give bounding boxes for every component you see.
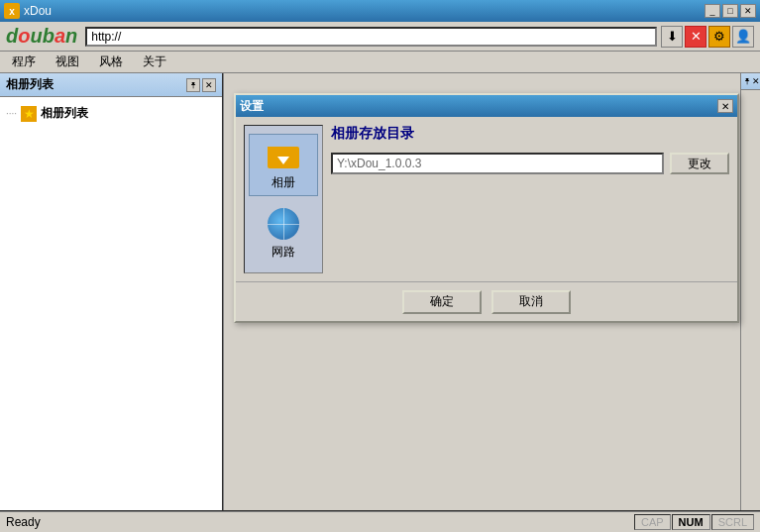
title-bar-left: x xDou [4, 3, 52, 19]
status-text: Ready [6, 515, 630, 529]
main-area: 相册列表 🖈 ✕ ···· ★ 相册列表 设置 ✕ [0, 73, 760, 510]
change-dir-button[interactable]: 更改 [670, 153, 729, 174]
status-bar: Ready CAP NUM SCRL [0, 510, 760, 532]
dialog-content: 相册存放目录 更改 [331, 125, 729, 273]
ok-button[interactable]: 确定 [402, 290, 482, 314]
title-bar: x xDou _ □ ✕ [0, 0, 760, 22]
album-nav-icon [268, 139, 299, 170]
panel-controls: 🖈 ✕ [186, 78, 216, 92]
left-panel: 相册列表 🖈 ✕ ···· ★ 相册列表 [0, 73, 224, 510]
panel-close-button[interactable]: ✕ [202, 78, 216, 92]
menu-program[interactable]: 程序 [6, 52, 42, 72]
nav-item-network[interactable]: 网路 [249, 204, 318, 265]
menu-bar: 程序 视图 风格 关于 [0, 52, 760, 73]
tree-item-album-list[interactable]: ···· ★ 相册列表 [6, 103, 216, 124]
sub-panel-pin: 🖈 [743, 76, 752, 86]
cap-indicator: CAP [634, 514, 671, 530]
network-nav-icon [268, 208, 299, 240]
scrl-indicator: SCRL [711, 514, 754, 530]
logo-text: d [6, 25, 18, 47]
dir-row: 更改 [331, 153, 729, 174]
close-button[interactable]: ✕ [740, 4, 756, 18]
dialog-close-button[interactable]: ✕ [717, 99, 733, 113]
dialog-title: 设置 [240, 98, 264, 115]
cancel-button[interactable]: 取消 [491, 290, 571, 314]
tree-star-icon: ★ [21, 106, 37, 122]
nav-item-album[interactable]: 相册 [249, 134, 318, 196]
menu-view[interactable]: 视图 [50, 52, 85, 72]
right-sub-panel: 🖈 ✕ [740, 73, 760, 510]
dialog-nav: 相册 网路 [244, 125, 323, 273]
window-controls: _ □ ✕ [705, 4, 756, 18]
tree-item-label: 相册列表 [41, 105, 88, 122]
section-title: 相册存放目录 [331, 125, 729, 143]
address-input[interactable] [85, 27, 657, 47]
num-indicator: NUM [672, 514, 710, 530]
dir-input[interactable] [331, 153, 664, 174]
app-icon: x [4, 3, 20, 19]
minimize-button[interactable]: _ [705, 4, 720, 18]
tree-area: ···· ★ 相册列表 [0, 97, 222, 510]
dialog-titlebar: 设置 ✕ [236, 95, 737, 117]
app-logo: douban [6, 25, 77, 48]
right-panel: 设置 ✕ 相册 [224, 73, 760, 510]
maximize-button[interactable]: □ [722, 4, 738, 18]
menu-about[interactable]: 关于 [137, 52, 172, 72]
settings-dialog: 设置 ✕ 相册 [234, 93, 739, 323]
dialog-body: 相册 网路 相册存放目录 [236, 117, 737, 281]
stop-button[interactable]: ✕ [685, 26, 706, 48]
nav-item-album-label: 相册 [271, 174, 295, 191]
settings-button[interactable]: ⚙ [708, 26, 730, 48]
tree-expand-dots: ···· [6, 108, 17, 119]
panel-header: 相册列表 🖈 ✕ [0, 73, 222, 97]
download-button[interactable]: ⬇ [661, 26, 683, 48]
nav-item-network-label: 网路 [271, 244, 295, 261]
panel-pin-button[interactable]: 🖈 [186, 78, 200, 92]
window-title: xDou [24, 4, 52, 18]
sub-panel-header: 🖈 ✕ [741, 73, 760, 90]
dialog-footer: 确定 取消 [236, 281, 737, 321]
status-indicators: CAP NUM SCRL [634, 514, 754, 530]
user-button[interactable]: 👤 [732, 26, 754, 48]
toolbar-icons: ⬇ ✕ ⚙ 👤 [661, 26, 754, 48]
sub-panel-close[interactable]: ✕ [752, 76, 760, 86]
menu-style[interactable]: 风格 [93, 52, 129, 72]
address-bar: douban ⬇ ✕ ⚙ 👤 [0, 22, 760, 52]
panel-title: 相册列表 [6, 76, 54, 93]
